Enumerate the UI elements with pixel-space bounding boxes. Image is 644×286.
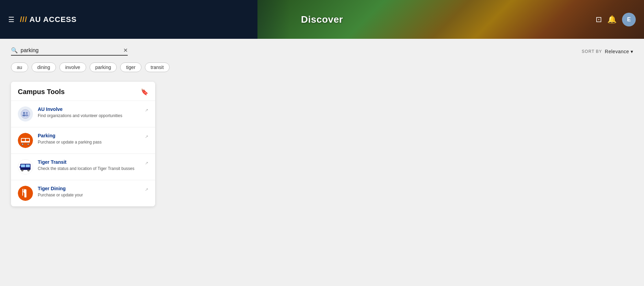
au-involve-external-link-icon[interactable]: ↗ [145, 108, 148, 113]
logo-accent: /// [20, 15, 27, 24]
search-clear-icon[interactable]: ✕ [123, 47, 128, 54]
parking-content: Parking Purchase or update a parking pas… [38, 133, 140, 145]
svg-point-1 [23, 112, 25, 114]
list-item-tiger-dining[interactable]: Tiger Dining Purchase or update your ↗ [11, 180, 155, 206]
svg-rect-25 [24, 189, 26, 195]
logo-main: AU ACCESS [30, 15, 77, 24]
svg-point-10 [22, 144, 23, 145]
parking-desc: Purchase or update a parking pass [38, 139, 140, 145]
card-title: Campus Tools [18, 88, 65, 96]
card-header: Campus Tools 🔖 [11, 82, 155, 101]
page-title: Discover [301, 14, 343, 25]
notification-bell-icon[interactable]: 🔔 [607, 15, 617, 24]
au-involve-icon [18, 106, 33, 122]
list-item-parking[interactable]: Parking Purchase or update a parking pas… [11, 127, 155, 154]
svg-point-22 [28, 170, 29, 171]
parking-external-link-icon[interactable]: ↗ [145, 134, 148, 139]
header-right: ⊡ 🔔 E [596, 13, 636, 26]
tags-row: au dining involve parking tiger transit [11, 62, 633, 72]
tiger-transit-content: Tiger Transit Check the status and locat… [38, 159, 140, 172]
list-item-au-involve[interactable]: AU Involve Find organizations and volunt… [11, 101, 155, 127]
tiger-transit-icon [18, 159, 33, 174]
svg-rect-16 [21, 164, 25, 167]
svg-point-12 [28, 144, 29, 145]
svg-point-0 [21, 110, 30, 118]
bookmark-icon[interactable]: 🔖 [141, 88, 148, 96]
search-icon: 🔍 [11, 47, 18, 54]
svg-rect-26 [24, 195, 26, 197]
svg-point-20 [22, 170, 23, 171]
parking-title: Parking [38, 133, 140, 138]
header: ☰ /// AU ACCESS Discover ⊡ 🔔 E [0, 0, 644, 39]
search-row: 🔍 ✕ SORT BY Relevance ▾ [11, 47, 633, 56]
search-bar[interactable]: 🔍 ✕ [11, 47, 128, 56]
tag-au[interactable]: au [11, 62, 28, 72]
parking-icon [18, 133, 33, 148]
tiger-dining-external-link-icon[interactable]: ↗ [145, 187, 148, 192]
tiger-transit-external-link-icon[interactable]: ↗ [145, 161, 148, 165]
list-item-tiger-transit[interactable]: Tiger Transit Check the status and locat… [11, 154, 155, 180]
tag-dining[interactable]: dining [32, 62, 56, 72]
svg-point-2 [26, 112, 28, 114]
svg-rect-18 [20, 168, 31, 169]
sort-value-text: Relevance [605, 49, 629, 54]
sort-by-container: SORT BY Relevance ▾ [582, 49, 633, 54]
tiger-dining-desc: Purchase or update your [38, 192, 140, 198]
logo: /// AU ACCESS [20, 15, 77, 24]
tiger-dining-icon [18, 186, 33, 201]
tiger-transit-desc: Check the status and location of Tiger T… [38, 166, 140, 172]
svg-point-4 [25, 114, 28, 116]
tiger-dining-content: Tiger Dining Purchase or update your [38, 186, 140, 198]
hamburger-menu-icon[interactable]: ☰ [8, 16, 14, 23]
main-content: 🔍 ✕ SORT BY Relevance ▾ au dining involv… [0, 39, 644, 286]
search-input[interactable] [21, 47, 120, 54]
au-involve-title: AU Involve [38, 106, 140, 112]
sort-by-value[interactable]: Relevance ▾ [605, 49, 633, 54]
tiger-dining-title: Tiger Dining [38, 186, 140, 191]
tag-tiger[interactable]: tiger [120, 62, 141, 72]
tag-involve[interactable]: involve [59, 62, 86, 72]
au-involve-desc: Find organizations and volunteer opportu… [38, 113, 140, 119]
calendar-icon[interactable]: ⊡ [596, 15, 602, 24]
svg-rect-8 [26, 139, 29, 141]
sort-by-label: SORT BY [582, 49, 602, 54]
au-involve-content: AU Involve Find organizations and volunt… [38, 106, 140, 119]
header-left: ☰ /// AU ACCESS [0, 15, 85, 24]
svg-rect-13 [21, 142, 30, 144]
svg-rect-7 [22, 139, 25, 141]
tag-parking[interactable]: parking [90, 62, 117, 72]
tiger-transit-title: Tiger Transit [38, 159, 140, 165]
svg-rect-17 [26, 164, 30, 167]
campus-tools-card: Campus Tools 🔖 AU Involve [11, 82, 155, 206]
tag-transit[interactable]: transit [145, 62, 170, 72]
card-list[interactable]: AU Involve Find organizations and volunt… [11, 101, 155, 206]
user-avatar[interactable]: E [622, 13, 636, 26]
svg-rect-23 [20, 166, 21, 168]
chevron-down-icon: ▾ [631, 49, 633, 54]
